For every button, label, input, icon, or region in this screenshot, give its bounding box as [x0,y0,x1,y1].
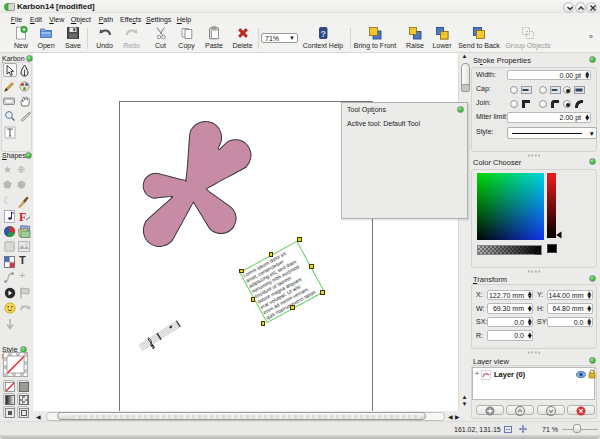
svg-text:F: F [19,210,26,223]
svg-text:?: ? [320,29,326,39]
